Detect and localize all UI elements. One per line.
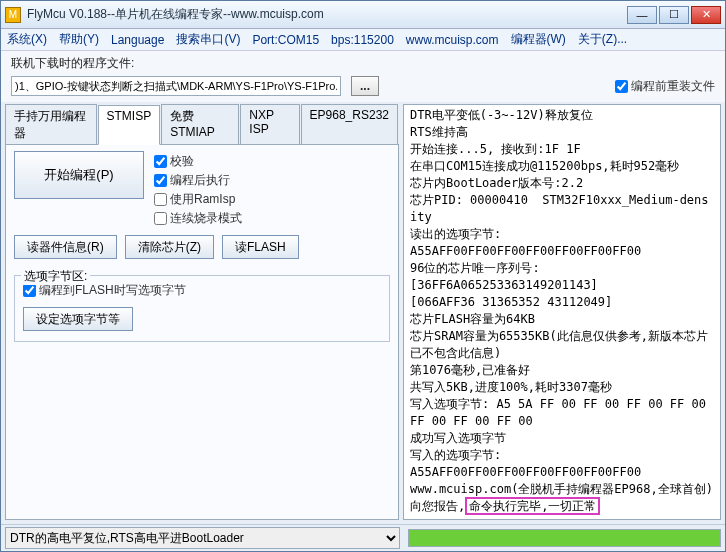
log-line: 96位的芯片唯一序列号: (410, 260, 714, 277)
option-bytes-legend: 选项字节区: (21, 268, 90, 285)
opt-verify-wrap[interactable]: 校验 (154, 153, 242, 170)
log-line: A55AFF00FF00FF00FF00FF00FF00FF00 (410, 243, 714, 260)
opt-ramisp-wrap[interactable]: 使用RamIsp (154, 191, 242, 208)
log-line: 在串口COM15连接成功@115200bps,耗时952毫秒 (410, 158, 714, 175)
set-option-bytes-button[interactable]: 设定选项字节等 (23, 307, 133, 331)
tab-stmisp[interactable]: STMISP (98, 105, 161, 145)
menu-about[interactable]: 关于(Z)... (578, 31, 627, 48)
file-path-row: ... 编程前重装文件 (1, 74, 725, 102)
progress-bar (408, 529, 721, 547)
opt-verify[interactable] (154, 155, 167, 168)
window-buttons: — ☐ ✕ (627, 6, 721, 24)
log-line: 成功写入选项字节 (410, 430, 714, 447)
content-area: 手持万用编程器 STMISP 免费STMIAP NXP ISP EP968_RS… (1, 102, 725, 524)
file-label: 联机下载时的程序文件: (11, 56, 134, 70)
close-button[interactable]: ✕ (691, 6, 721, 24)
clear-chip-button[interactable]: 清除芯片(Z) (125, 235, 214, 259)
browse-button[interactable]: ... (351, 76, 379, 96)
menu-port[interactable]: Port:COM15 (252, 33, 319, 47)
window-title: FlyMcu V0.188--单片机在线编程专家--www.mcuisp.com (27, 6, 627, 23)
titlebar: M FlyMcu V0.188--单片机在线编程专家--www.mcuisp.c… (1, 1, 725, 29)
minimize-button[interactable]: — (627, 6, 657, 24)
log-line: 芯片PID: 00000410 STM32F10xxx_Medium-densi… (410, 192, 714, 226)
tab-stmiapfree[interactable]: 免费STMIAP (161, 104, 239, 144)
menu-language[interactable]: Language (111, 33, 164, 47)
menubar: 系统(X) 帮助(Y) Language 搜索串口(V) Port:COM15 … (1, 29, 725, 51)
menu-site[interactable]: www.mcuisp.com (406, 33, 499, 47)
file-label-row: 联机下载时的程序文件: (1, 51, 725, 74)
log-final-line: www.mcuisp.com(全脱机手持编程器EP968,全球首创)向您报告,命… (410, 481, 714, 515)
option-bytes-group: 选项字节区: 编程到FLASH时写选项字节 设定选项字节等 (14, 275, 390, 342)
menu-help[interactable]: 帮助(Y) (59, 31, 99, 48)
log-line: 共写入5KB,进度100%,耗时3307毫秒 (410, 379, 714, 396)
log-pane[interactable]: RTS置高(+3~+12V),选择进入BootLoader...延时100毫秒D… (403, 104, 721, 520)
log-line: 芯片FLASH容量为64KB (410, 311, 714, 328)
tab-ep968[interactable]: EP968_RS232 (301, 104, 398, 144)
menu-system[interactable]: 系统(X) (7, 31, 47, 48)
progress-fill (409, 530, 720, 546)
opt-cont-wrap[interactable]: 连续烧录模式 (154, 210, 242, 227)
log-line: A55AFF00FF00FF00FF00FF00FF00FF00 (410, 464, 714, 481)
opt-runafter[interactable] (154, 174, 167, 187)
app-icon: M (5, 7, 21, 23)
footer: DTR的高电平复位,RTS高电平进BootLoader (1, 524, 725, 551)
log-line: RTS维持高 (410, 124, 714, 141)
log-line: 开始连接...5, 接收到:1F 1F (410, 141, 714, 158)
tab-nxpisp[interactable]: NXP ISP (240, 104, 299, 144)
log-line: 写入的选项字节: (410, 447, 714, 464)
opt-runafter-wrap[interactable]: 编程后执行 (154, 172, 242, 189)
file-path-input[interactable] (11, 76, 341, 96)
start-program-button[interactable]: 开始编程(P) (14, 151, 144, 199)
app-window: M FlyMcu V0.188--单片机在线编程专家--www.mcuisp.c… (0, 0, 726, 552)
tab-strip: 手持万用编程器 STMISP 免费STMIAP NXP ISP EP968_RS… (5, 104, 399, 145)
menu-bps[interactable]: bps:115200 (331, 33, 394, 47)
reload-checkbox[interactable] (615, 80, 628, 93)
reload-checkbox-wrap[interactable]: 编程前重装文件 (615, 78, 715, 95)
tab-handheld[interactable]: 手持万用编程器 (5, 104, 97, 144)
left-panel: 手持万用编程器 STMISP 免费STMIAP NXP ISP EP968_RS… (1, 102, 403, 524)
tab-pane: 开始编程(P) 校验 编程后执行 使用RamIsp 连续烧录模式 读器件信息(R… (5, 145, 399, 520)
reload-label: 编程前重装文件 (631, 78, 715, 95)
menu-searchport[interactable]: 搜索串口(V) (176, 31, 240, 48)
option-column: 校验 编程后执行 使用RamIsp 连续烧录模式 (154, 151, 242, 227)
log-line: [066AFF36 31365352 43112049] (410, 294, 714, 311)
opt-cont[interactable] (154, 212, 167, 225)
log-final-highlight: 命令执行完毕,一切正常 (465, 497, 600, 515)
read-device-info-button[interactable]: 读器件信息(R) (14, 235, 117, 259)
writeopt-checkbox[interactable] (23, 284, 36, 297)
menu-programmer[interactable]: 编程器(W) (511, 31, 566, 48)
log-line: [36FF6A065253363149201143] (410, 277, 714, 294)
opt-ramisp[interactable] (154, 193, 167, 206)
log-line: DTR电平变低(-3~-12V)释放复位 (410, 107, 714, 124)
log-line: 第1076毫秒,已准备好 (410, 362, 714, 379)
read-flash-button[interactable]: 读FLASH (222, 235, 299, 259)
log-line: 芯片内BootLoader版本号:2.2 (410, 175, 714, 192)
maximize-button[interactable]: ☐ (659, 6, 689, 24)
log-line: 芯片SRAM容量为65535KB(此信息仅供参考,新版本芯片已不包含此信息) (410, 328, 714, 362)
log-line: 读出的选项字节: (410, 226, 714, 243)
reset-mode-select[interactable]: DTR的高电平复位,RTS高电平进BootLoader (5, 527, 400, 549)
log-line: 写入选项字节: A5 5A FF 00 FF 00 FF 00 FF 00 FF… (410, 396, 714, 430)
